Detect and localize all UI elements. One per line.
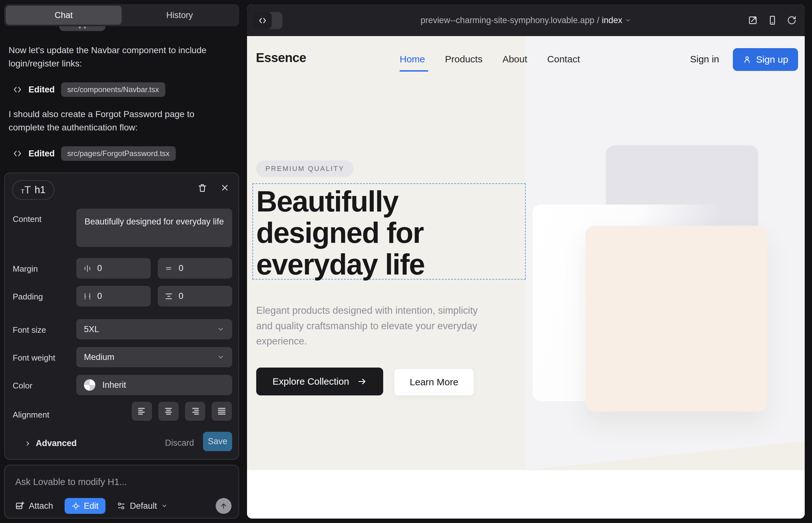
sign-in-link[interactable]: Sign in [690, 54, 719, 65]
align-center-icon [164, 407, 173, 416]
margin-y-input[interactable]: 0 [158, 258, 232, 278]
chat-composer[interactable]: Ask Lovable to modify H1... Attach Edit [4, 465, 239, 519]
mobile-view-button[interactable] [767, 15, 777, 25]
edited-file-row: Edited src/pages/ForgotPassword.tsx [13, 146, 176, 161]
refresh-icon [787, 16, 796, 25]
padding-y-input[interactable]: 0 [158, 286, 232, 306]
color-swatch-checker [84, 379, 95, 391]
preview-panel: preview--charming-site-symphony.lovable.… [247, 4, 805, 519]
scrolled-chip-partial [59, 26, 105, 31]
close-panel-button[interactable] [220, 183, 230, 193]
align-left-icon [137, 407, 147, 416]
chat-message: I should also create a Forgot Password p… [8, 108, 230, 134]
site-nav: Home Products About Contact [400, 54, 580, 65]
hero-diagonal-decoration [526, 441, 805, 470]
edited-label: Edited [29, 85, 55, 95]
save-button[interactable]: Save [203, 432, 232, 451]
margin-horizontal-icon [83, 264, 91, 273]
trash-icon [197, 183, 208, 194]
code-preview-toggle[interactable] [253, 12, 282, 29]
margin-label: Margin [13, 264, 38, 274]
open-in-new-tab-button[interactable] [748, 15, 758, 25]
padding-x-input[interactable]: 0 [76, 286, 151, 306]
tab-chat[interactable]: Chat [6, 6, 122, 25]
color-label: Color [13, 381, 32, 391]
font-size-label: Font size [13, 325, 46, 335]
nav-link-about[interactable]: About [502, 54, 527, 65]
edited-label: Edited [29, 149, 55, 159]
code-icon [13, 149, 22, 158]
refresh-button[interactable] [787, 16, 796, 25]
preview-chrome-bar: preview--charming-site-symphony.lovable.… [247, 4, 805, 36]
align-center-button[interactable] [158, 402, 179, 421]
nav-link-products[interactable]: Products [445, 54, 482, 65]
external-link-icon [748, 15, 758, 25]
file-chip[interactable]: src/pages/ForgotPassword.tsx [61, 146, 176, 161]
delete-element-button[interactable] [197, 183, 208, 194]
preview-url-page: index [602, 16, 622, 25]
chat-message: Now let's update the Navbar component to… [8, 44, 230, 70]
discard-button[interactable]: Discard [163, 438, 196, 448]
tab-history[interactable]: History [122, 6, 237, 25]
padding-horizontal-icon [83, 292, 91, 301]
advanced-toggle[interactable]: Advanced [24, 438, 77, 448]
chevron-right-icon [24, 440, 31, 447]
arrow-right-icon [357, 377, 367, 386]
site-logo[interactable]: Essence [256, 51, 306, 65]
chat-history-tabs: Chat History [4, 4, 239, 26]
chevron-down-icon [625, 17, 631, 23]
explore-collection-button[interactable]: Explore Collection [256, 367, 383, 395]
align-left-button[interactable] [132, 402, 152, 421]
content-textarea[interactable]: Beautifully designed for everyday life [76, 209, 232, 247]
padding-label: Padding [13, 292, 43, 302]
padding-vertical-icon [165, 292, 173, 301]
chevron-down-icon [217, 353, 225, 361]
element-editor-panel: тT h1 Content Beautifully designed for e… [4, 173, 239, 460]
typography-icon: тT [21, 184, 31, 196]
nav-active-underline [400, 70, 428, 72]
element-tag-label: h1 [35, 184, 45, 196]
composer-toolbar: Attach Edit Default [5, 498, 239, 514]
align-right-button[interactable] [185, 402, 205, 421]
send-button[interactable] [216, 498, 231, 514]
sidebar: Chat History Now let's update the Navbar… [0, 0, 247, 523]
selected-element-tag[interactable]: тT h1 [12, 180, 54, 200]
nav-link-home[interactable]: Home [400, 54, 425, 65]
sign-up-button[interactable]: Sign up [733, 48, 798, 71]
edited-file-row: Edited src/components/Navbar.tsx [13, 82, 165, 97]
user-icon [743, 55, 752, 64]
margin-x-input[interactable]: 0 [76, 258, 151, 278]
hero-heading[interactable]: Beautifully designed for everyday life [256, 186, 516, 280]
learn-more-button[interactable]: Learn More [394, 368, 474, 396]
model-default-select[interactable]: Default [117, 501, 167, 511]
sliders-icon [117, 502, 126, 510]
selected-element-outline[interactable]: Beautifully designed for everyday life [252, 183, 526, 279]
attach-button[interactable]: Attach [15, 501, 53, 511]
margin-vertical-icon [165, 264, 173, 273]
arrow-up-icon [219, 502, 228, 510]
align-justify-icon [217, 407, 226, 416]
smartphone-icon [767, 15, 777, 25]
alignment-label: Alignment [13, 410, 49, 420]
code-icon [13, 85, 22, 94]
lovable-app: Chat History Now let's update the Navbar… [0, 0, 812, 523]
edit-mode-button[interactable]: Edit [65, 498, 106, 514]
preview-url-domain: preview--charming-site-symphony.lovable.… [421, 16, 595, 25]
preview-url-selector[interactable]: preview--charming-site-symphony.lovable.… [421, 4, 631, 36]
preview-url-separator: / [597, 16, 600, 25]
code-view-segment[interactable] [253, 12, 272, 29]
color-select[interactable]: Inherit [76, 375, 232, 395]
chevron-down-icon [161, 503, 167, 509]
font-weight-select[interactable]: Medium [76, 347, 232, 367]
font-size-select[interactable]: 5XL [76, 319, 232, 339]
file-chip[interactable]: src/components/Navbar.tsx [61, 82, 165, 97]
code-icon [258, 16, 267, 25]
nav-link-contact[interactable]: Contact [547, 54, 580, 65]
chevron-down-icon [217, 325, 225, 333]
close-icon [220, 183, 230, 193]
chrome-actions [748, 4, 796, 36]
composer-input[interactable]: Ask Lovable to modify H1... [15, 477, 127, 487]
hero-description: Elegant products designed with intention… [256, 303, 484, 349]
align-justify-button[interactable] [212, 402, 232, 421]
content-label: Content [13, 214, 41, 224]
